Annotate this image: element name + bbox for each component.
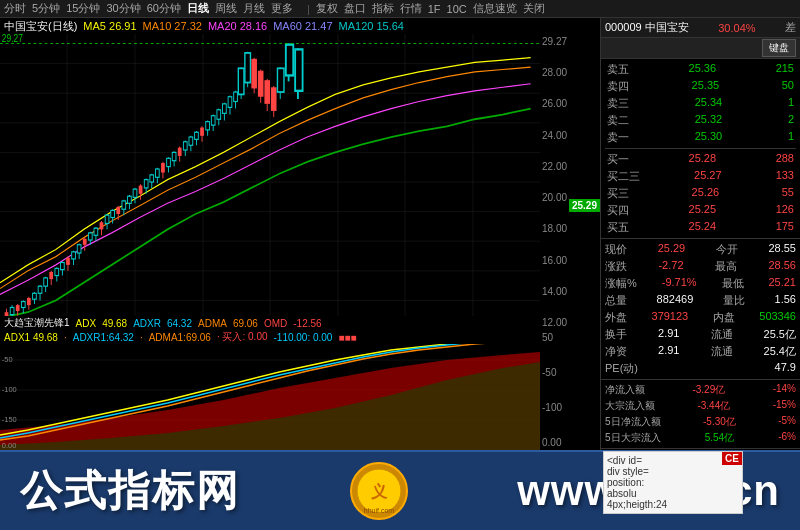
price-label-7: 18.00 bbox=[542, 223, 598, 234]
indicator-info: 大趋宝潮先锋1 ADX 49.68 ADXR 64.32 ADMA 69.06 … bbox=[0, 316, 540, 330]
svg-rect-63 bbox=[133, 189, 137, 197]
svg-rect-97 bbox=[228, 97, 232, 108]
toolbar-timeframe-daily[interactable]: 日线 bbox=[187, 1, 209, 16]
toolbar: 分时 5分钟 15分钟 30分钟 60分钟 日线 周线 月线 更多 | 复权 盘… bbox=[0, 0, 800, 18]
toolbar-timeframe-weekly[interactable]: 周线 bbox=[215, 1, 237, 16]
svg-rect-29 bbox=[38, 286, 42, 293]
svg-text:-50: -50 bbox=[2, 355, 13, 364]
order-book: 卖五 25.36 215 卖四 25.35 50 卖三 25.34 1 卖二 2… bbox=[601, 59, 800, 238]
order-divider bbox=[605, 148, 796, 149]
ma10-label: MA10 27.32 bbox=[143, 20, 202, 32]
outer-inner-row: 外盘 379123 内盘 503346 bbox=[605, 309, 796, 326]
svg-rect-105 bbox=[251, 59, 257, 89]
price-label-2: 28.00 bbox=[542, 67, 598, 78]
svg-rect-43 bbox=[77, 245, 81, 253]
net-row: 净资 2.91 流通 25.4亿 bbox=[605, 343, 796, 360]
price-row: 现价 25.29 今开 28.55 bbox=[605, 241, 796, 258]
svg-rect-115 bbox=[286, 45, 293, 76]
svg-rect-93 bbox=[217, 110, 221, 119]
svg-rect-79 bbox=[178, 148, 182, 156]
stock-name-label: 中国宝安(日线) bbox=[4, 19, 77, 34]
svg-rect-67 bbox=[144, 180, 148, 188]
ratio-display: 30.04% bbox=[718, 22, 755, 34]
content-area: 中国宝安(日线) MA5 26.91 MA10 27.32 MA20 28.16… bbox=[0, 18, 800, 450]
5day-flow-row: 5日净流入额 -5.30亿 -5% bbox=[605, 414, 796, 430]
svg-rect-19 bbox=[10, 308, 14, 315]
indicator-name: 大趋宝潮先锋1 bbox=[4, 316, 70, 330]
svg-rect-71 bbox=[155, 169, 159, 177]
svg-rect-69 bbox=[150, 175, 154, 182]
code-panel: <div id= div style= position: absolu 4px… bbox=[603, 451, 743, 514]
toolbar-close[interactable]: 关闭 bbox=[523, 1, 545, 16]
toolbar-info[interactable]: 信息速览 bbox=[473, 1, 517, 16]
bid-row-4: 买四 25.25 126 bbox=[605, 202, 796, 219]
svg-rect-59 bbox=[122, 201, 126, 209]
ce-label: CE bbox=[722, 452, 742, 465]
ask-row-4: 卖四 25.35 50 bbox=[605, 78, 796, 95]
toolbar-1f[interactable]: 1F bbox=[428, 3, 441, 15]
5day-bulk-row: 5日大宗流入 5.54亿 -6% bbox=[605, 430, 796, 446]
toolbar-timeframe-5min[interactable]: 5分钟 bbox=[32, 1, 60, 16]
svg-text:29.27: 29.27 bbox=[2, 34, 23, 45]
toolbar-fuquan[interactable]: 复权 bbox=[316, 1, 338, 16]
bid-row-1: 买一 25.28 288 bbox=[605, 151, 796, 168]
changepct-row: 涨幅% -9.71% 最低 25.21 bbox=[605, 275, 796, 292]
svg-rect-101 bbox=[238, 68, 244, 94]
toolbar-pankou[interactable]: 盘口 bbox=[344, 1, 366, 16]
price-label-3: 26.00 bbox=[542, 98, 598, 109]
svg-rect-47 bbox=[88, 233, 92, 240]
adma-label: ADMA bbox=[198, 318, 227, 329]
price-label-10: 12.00 bbox=[542, 317, 598, 328]
svg-rect-111 bbox=[271, 87, 277, 111]
svg-rect-91 bbox=[211, 116, 215, 125]
bulk-flow-row: 大宗流入额 -3.44亿 -15% bbox=[605, 398, 796, 414]
svg-text:-150: -150 bbox=[2, 415, 17, 424]
adxr-label: ADXR bbox=[133, 318, 161, 329]
net-flow-row: 净流入额 -3.29亿 -14% bbox=[605, 382, 796, 398]
bid-row-3: 买三 25.26 55 bbox=[605, 185, 796, 202]
svg-rect-89 bbox=[206, 122, 210, 130]
change-row: 涨跌 -2.72 最高 28.56 bbox=[605, 258, 796, 275]
toolbar-timeframe-15min[interactable]: 15分钟 bbox=[66, 1, 100, 16]
toolbar-timeframe-30min[interactable]: 30分钟 bbox=[106, 1, 140, 16]
toolbar-timeframe-more[interactable]: 更多 bbox=[271, 1, 293, 16]
price-label-9: 14.00 bbox=[542, 286, 598, 297]
svg-rect-31 bbox=[44, 278, 48, 286]
svg-rect-21 bbox=[16, 305, 20, 311]
svg-rect-113 bbox=[277, 68, 284, 92]
toolbar-market[interactable]: 行情 bbox=[400, 1, 422, 16]
chart-area: 中国宝安(日线) MA5 26.91 MA10 27.32 MA20 28.16… bbox=[0, 18, 600, 450]
ma60-label: MA60 21.47 bbox=[273, 20, 332, 32]
ma120-label: MA120 15.64 bbox=[339, 20, 404, 32]
svg-rect-103 bbox=[245, 53, 251, 83]
indicator-info-2: ADX1 49.68 · ADXR1:64.32 · ADMA1:69.06 ·… bbox=[0, 330, 540, 344]
svg-rect-39 bbox=[66, 258, 70, 265]
svg-rect-41 bbox=[72, 252, 76, 259]
stock-code-name: 000009 中国宝安 bbox=[605, 20, 689, 35]
volume-chart: 50 -50 -100 -150 0.00 bbox=[0, 330, 540, 450]
svg-rect-83 bbox=[189, 137, 193, 145]
bid-row-5: 买五 25.24 175 bbox=[605, 219, 796, 236]
y-axis-prices: 29.27 28.00 26.00 24.00 22.00 20.00 18.0… bbox=[540, 34, 600, 330]
keyboard-button[interactable]: 键盘 bbox=[762, 39, 796, 57]
current-price-box: 25.29 bbox=[569, 199, 600, 212]
svg-rect-53 bbox=[105, 215, 109, 223]
svg-rect-57 bbox=[116, 207, 120, 214]
svg-rect-81 bbox=[183, 142, 187, 150]
toolbar-timeframe-fenshi[interactable]: 分时 bbox=[4, 1, 26, 16]
toolbar-10c[interactable]: 10C bbox=[447, 3, 467, 15]
svg-text:hhuif.com: hhuif.com bbox=[363, 507, 394, 514]
toolbar-timeframe-60min[interactable]: 60分钟 bbox=[147, 1, 181, 16]
svg-rect-51 bbox=[100, 222, 104, 229]
svg-rect-77 bbox=[172, 152, 176, 160]
svg-text:0.00: 0.00 bbox=[2, 441, 16, 450]
svg-rect-109 bbox=[264, 80, 270, 104]
banner-logo-text: 公式指标网 bbox=[20, 463, 240, 519]
toolbar-indicators[interactable]: 指标 bbox=[372, 1, 394, 16]
ask-row-2: 卖二 25.32 2 bbox=[605, 112, 796, 129]
vol-y-axis: 50 -50 -100 0.00 bbox=[540, 330, 600, 450]
toolbar-timeframe-monthly[interactable]: 月线 bbox=[243, 1, 265, 16]
svg-rect-85 bbox=[195, 132, 199, 139]
svg-rect-61 bbox=[128, 196, 132, 203]
trade-list: 时间 价格 量(手) 性质 14:11 25.25 45 B 买 14:11 2… bbox=[601, 448, 800, 449]
